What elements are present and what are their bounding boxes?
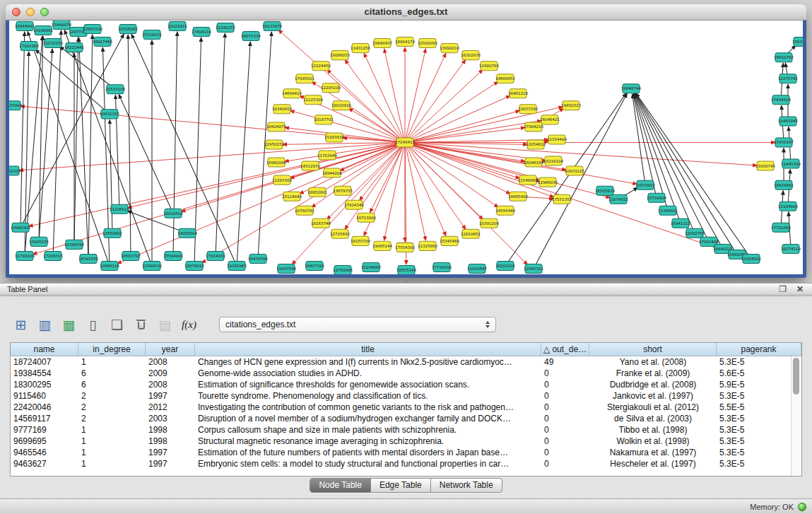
graph-node[interactable]: 15739904 [647,193,666,202]
close-panel-icon[interactable]: ✕ [796,284,804,296]
graph-node[interactable]: 14595449 [495,206,515,215]
graph-node[interactable]: 18426870 [266,122,286,132]
table-row[interactable]: 911546021997Tourette syndrome. Phenomeno… [11,390,791,402]
scrollbar-thumb[interactable] [793,358,799,395]
graph-node[interactable]: 15449074 [52,21,71,30]
table-row[interactable]: 946554611997Estimation of the future num… [11,447,791,458]
graph-node[interactable]: 16476706 [248,254,268,263]
graph-node[interactable]: 18010916 [331,101,351,110]
graph-node[interactable]: 11346801 [658,206,678,215]
graph-node[interactable]: 16505939 [595,186,615,195]
column-header-out_de[interactable]: △ out_de… [541,343,589,356]
graph-node[interactable]: 15504909 [163,251,183,260]
graph-node[interactable]: 12958152 [264,140,284,149]
graph-node[interactable]: 15633406 [792,37,803,47]
graph-node[interactable]: 11125309 [303,95,323,105]
graph-node[interactable]: 11032350 [43,39,63,48]
window-titlebar[interactable]: citations_edges.txt [6,4,806,21]
graph-node[interactable]: 12650601 [102,228,122,238]
graph-node[interactable]: 18685492 [508,192,528,201]
graph-node[interactable]: 11697544 [276,264,296,273]
graph-node[interactable]: 11680789 [479,62,499,71]
graph-node[interactable]: 16046164 [524,158,543,167]
graph-node[interactable]: 12835904 [9,101,22,110]
graph-node[interactable]: 15318031 [142,30,162,40]
graph-node[interactable]: 19050504 [177,228,197,238]
graph-node[interactable]: 17095011 [295,74,314,83]
function-builder-icon[interactable]: f(x) [180,315,199,334]
graph-node[interactable]: 10196862 [33,26,53,35]
graph-node[interactable]: 17240413 [395,138,415,147]
graph-node[interactable]: 19065144 [372,241,392,250]
graph-node[interactable]: 18407320 [305,261,324,270]
graph-node[interactable]: 18302978 [461,51,481,60]
graph-node[interactable]: 17404119 [192,28,211,37]
graph-node[interactable]: 10933215 [565,166,584,175]
graph-node[interactable]: 18648744 [621,84,641,93]
graph-node[interactable]: 12750906 [333,265,353,274]
graph-node[interactable]: 11924502 [741,254,761,263]
graph-node[interactable]: 16904174 [395,37,415,47]
show-columns-icon[interactable]: ▥ [35,315,54,334]
graph-node[interactable]: 16391559 [78,254,98,263]
graph-node[interactable]: 14699419 [282,89,302,98]
graph-node[interactable]: 11546866 [518,175,538,185]
graph-node[interactable]: 14512970 [300,161,320,170]
graph-node[interactable]: 17984210 [524,122,543,132]
graph-node[interactable]: 12725693 [330,229,350,238]
trash-icon[interactable] [131,315,151,334]
graph-node[interactable]: 18927466 [93,37,112,47]
close-window-button[interactable] [12,8,20,16]
graph-node[interactable]: 16046421 [540,115,560,124]
graph-node[interactable]: 18844991 [15,22,35,31]
graph-node[interactable]: 16810762 [774,53,794,62]
column-header-short[interactable]: short [589,343,717,356]
new-table-icon[interactable]: ❏ [107,315,126,334]
graph-node[interactable]: 10463945 [778,117,798,126]
graph-node[interactable]: 13679755 [333,186,353,195]
graph-node[interactable]: 12275741 [778,74,798,83]
table-row[interactable]: 946362711997Embryonic stem cells: a mode… [11,458,791,469]
graph-node[interactable]: 15958745 [755,161,775,170]
graph-node[interactable]: 17720058 [432,262,452,271]
graph-node[interactable]: 15938167 [774,138,794,147]
graph-node[interactable]: 17902205 [9,166,20,175]
graph-node[interactable]: 12021811 [167,22,187,31]
graph-node[interactable]: 16155709 [351,236,370,245]
table-row[interactable]: 1456911722003Disruption of a novel membe… [11,413,791,424]
graph-node[interactable]: 11325860 [418,241,437,250]
graph-node[interactable]: 13990210 [440,44,459,53]
table-row[interactable]: 1830029562008Estimation of significance … [11,379,791,390]
graph-node[interactable]: 17924348 [344,200,364,209]
graph-node[interactable]: 15283930 [324,133,344,142]
graph-node[interactable]: 21206914 [110,204,129,214]
graph-node[interactable]: 18563707 [121,251,141,260]
graph-node[interactable]: 12224450 [311,62,331,71]
graph-node[interactable]: 19086053 [330,51,350,60]
graph-node[interactable]: 12104909 [778,201,798,211]
graph-node[interactable]: 10966116 [100,261,119,270]
graph-node[interactable]: 18952801 [307,187,327,197]
graph-node[interactable]: 16202102 [495,261,515,270]
tab-edge-table[interactable]: Edge Table [370,479,430,492]
graph-node[interactable]: 17206515 [43,251,63,260]
graph-node[interactable]: 11788209 [15,251,35,260]
graph-node[interactable]: 15640437 [372,39,392,48]
graph-node[interactable]: 12205108 [321,83,341,93]
graph-node[interactable]: 10960303 [11,223,30,232]
graph-node[interactable]: 10780781 [295,206,314,215]
table-row[interactable]: 977716911998Corpus callosum shape and si… [11,424,791,436]
graph-node[interactable]: 15345468 [440,236,459,245]
graph-node[interactable]: 10631325 [100,110,119,119]
graph-node[interactable]: 11283309 [272,175,292,185]
table-row[interactable]: 2242004622012Investigating the contribut… [11,402,791,413]
graph-node[interactable]: 12876815 [184,261,204,270]
graph-node[interactable]: 15124849 [282,192,302,201]
graph-node[interactable]: 11703949 [317,151,337,160]
graph-node[interactable]: 11590530 [142,261,162,270]
graph-node[interactable]: 12610651 [461,229,481,238]
table-row[interactable]: 969969511998Structural magnetic resonanc… [11,436,791,447]
graph-node[interactable]: 16461218 [508,89,528,98]
graph-node[interactable]: 12054810 [526,140,546,149]
graph-node[interactable]: 15294083 [361,262,381,271]
